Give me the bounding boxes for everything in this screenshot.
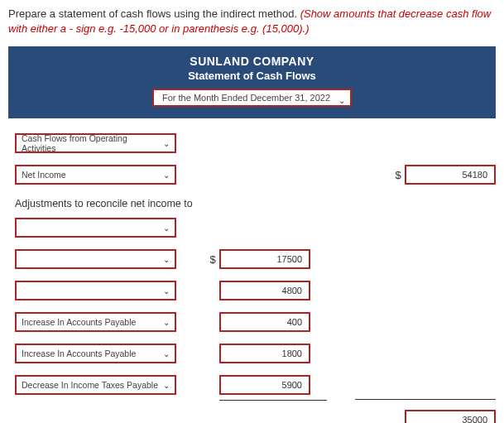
line-dropdown[interactable]: Net Income ⌄ bbox=[15, 165, 176, 185]
dropdown-value: Increase In Accounts Payable bbox=[22, 317, 136, 327]
input-value: 400 bbox=[287, 317, 302, 327]
dollar-sign: $ bbox=[391, 169, 405, 181]
row-adjustment-3: ⌄ 4800 bbox=[15, 281, 496, 300]
value-input[interactable]: 54180 bbox=[405, 165, 496, 185]
line-dropdown[interactable]: ⌄ bbox=[15, 218, 176, 238]
input-value: 4800 bbox=[282, 286, 302, 296]
period-dropdown[interactable]: For the Month Ended December 31, 2022 ⌄ bbox=[152, 89, 352, 107]
input-value: 35000 bbox=[462, 415, 487, 423]
input-value: 5900 bbox=[282, 380, 302, 390]
chevron-down-icon: ⌄ bbox=[338, 94, 345, 108]
section-dropdown[interactable]: Cash Flows from Operating Activities ⌄ bbox=[15, 133, 176, 153]
value-input[interactable]: 17500 bbox=[219, 249, 310, 269]
statement-title: Statement of Cash Flows bbox=[8, 70, 496, 82]
row-adjustment-5: Increase In Accounts Payable ⌄ 1800 bbox=[15, 344, 496, 363]
form-content: Cash Flows from Operating Activities ⌄ N… bbox=[0, 118, 504, 423]
statement-header: SUNLAND COMPANY Statement of Cash Flows … bbox=[8, 46, 496, 118]
input-value: 17500 bbox=[276, 254, 302, 264]
input-value: 1800 bbox=[282, 348, 302, 358]
line-dropdown[interactable]: ⌄ bbox=[15, 281, 176, 300]
chevron-down-icon: ⌄ bbox=[163, 171, 170, 180]
line-dropdown[interactable]: ⌄ bbox=[15, 249, 176, 269]
chevron-down-icon: ⌄ bbox=[163, 224, 170, 233]
chevron-down-icon: ⌄ bbox=[163, 318, 170, 327]
instruction-main: Prepare a statement of cash flows using … bbox=[8, 7, 300, 20]
chevron-down-icon: ⌄ bbox=[163, 349, 170, 358]
row-adjustment-6: Decrease In Income Taxes Payable ⌄ 5900 bbox=[15, 375, 496, 395]
chevron-down-icon: ⌄ bbox=[163, 286, 170, 296]
row-net-income: Net Income ⌄ $ 54180 bbox=[15, 165, 496, 185]
row-subtotal: 35000 bbox=[15, 410, 496, 423]
line-dropdown[interactable]: Decrease In Income Taxes Payable ⌄ bbox=[15, 375, 176, 395]
row-adjustment-4: Increase In Accounts Payable ⌄ 400 bbox=[15, 312, 496, 332]
value-input[interactable]: 1800 bbox=[219, 344, 310, 363]
chevron-down-icon: ⌄ bbox=[163, 381, 170, 390]
period-value: For the Month Ended December 31, 2022 bbox=[162, 93, 330, 103]
value-input[interactable]: 400 bbox=[219, 312, 310, 332]
input-value: 54180 bbox=[462, 170, 487, 180]
dropdown-value: Net Income bbox=[22, 170, 66, 180]
dropdown-value: Increase In Accounts Payable bbox=[22, 348, 136, 358]
row-section-header: Cash Flows from Operating Activities ⌄ bbox=[15, 133, 496, 153]
row-adjustment-2: ⌄ $ 17500 bbox=[15, 249, 496, 269]
dollar-sign: $ bbox=[206, 253, 219, 266]
line-dropdown[interactable]: Increase In Accounts Payable ⌄ bbox=[15, 344, 176, 363]
row-adjustment-1: ⌄ bbox=[15, 218, 496, 238]
dropdown-value: Cash Flows from Operating Activities bbox=[22, 133, 163, 153]
value-input[interactable]: 35000 bbox=[405, 410, 496, 423]
line-dropdown[interactable]: Increase In Accounts Payable ⌄ bbox=[15, 312, 176, 332]
subtotal-underline bbox=[219, 400, 327, 401]
value-input[interactable]: 4800 bbox=[219, 281, 310, 300]
chevron-down-icon: ⌄ bbox=[163, 255, 170, 264]
chevron-down-icon: ⌄ bbox=[163, 139, 170, 148]
company-name: SUNLAND COMPANY bbox=[8, 55, 496, 68]
value-input[interactable]: 5900 bbox=[219, 375, 310, 395]
adjustments-label: Adjustments to reconcile net income to bbox=[15, 196, 496, 218]
dropdown-value: Decrease In Income Taxes Payable bbox=[22, 380, 158, 390]
instructions-text: Prepare a statement of cash flows using … bbox=[0, 0, 504, 40]
